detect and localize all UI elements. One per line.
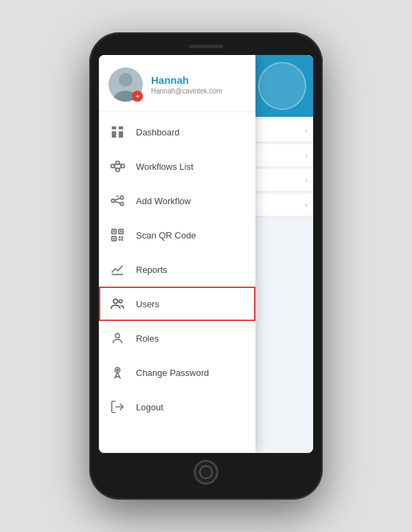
svg-rect-27	[119, 236, 121, 239]
sidebar-item-label: Logout	[136, 402, 163, 412]
svg-rect-30	[122, 239, 124, 241]
svg-line-10	[114, 163, 116, 166]
svg-point-14	[111, 199, 115, 203]
svg-line-17	[115, 198, 120, 200]
sidebar-item-label: Add Workflow	[136, 196, 191, 206]
bg-item-arrow-icon: ›	[305, 126, 308, 135]
avatar-badge: ✦	[132, 91, 143, 102]
svg-line-11	[114, 166, 116, 170]
svg-rect-28	[122, 236, 124, 239]
camera-icon: ✦	[135, 93, 140, 100]
sidebar-item-label: Users	[136, 299, 159, 309]
qr-icon	[108, 226, 126, 244]
menu-list: Dashboard	[99, 112, 255, 453]
roles-icon	[108, 329, 126, 347]
phone-speaker	[189, 45, 223, 48]
sidebar-item-scan-qr-code[interactable]: Scan QR Code	[99, 218, 255, 252]
sidebar-item-change-password[interactable]: Change Password	[99, 355, 255, 390]
bg-item-arrow-icon: ›	[305, 176, 308, 184]
svg-rect-9	[122, 164, 125, 168]
sidebar-item-label: Dashboard	[136, 127, 180, 137]
svg-point-34	[115, 333, 119, 337]
sidebar-item-label: Scan QR Code	[136, 230, 196, 241]
sidebar-item-reports[interactable]: Reports	[99, 252, 255, 287]
bg-circle-decoration	[258, 62, 306, 110]
svg-point-32	[113, 299, 117, 303]
phone-screen: Yesterday › Yesterday › s ago › s ago ›	[99, 55, 313, 453]
svg-line-13	[119, 166, 122, 170]
sidebar-item-roles[interactable]: Roles	[99, 321, 255, 355]
svg-rect-8	[116, 168, 119, 172]
user-profile-section: ✦ Hannah Hannah@cavintek.com	[99, 55, 255, 112]
svg-rect-2	[112, 126, 116, 130]
svg-rect-22	[113, 231, 115, 233]
svg-rect-24	[120, 231, 122, 233]
svg-rect-7	[116, 162, 119, 165]
phone-frame: Yesterday › Yesterday › s ago › s ago ›	[89, 32, 323, 500]
add-workflow-icon	[108, 192, 126, 210]
svg-point-16	[120, 202, 124, 206]
sidebar-item-logout[interactable]: Logout	[99, 390, 255, 424]
svg-rect-4	[112, 131, 116, 137]
svg-rect-29	[119, 239, 121, 241]
sidebar-item-label: Workflows List	[136, 162, 194, 172]
svg-rect-6	[111, 164, 115, 168]
home-button[interactable]	[194, 460, 218, 485]
sidebar-item-label: Roles	[136, 333, 159, 344]
svg-rect-5	[119, 131, 123, 137]
logout-icon	[108, 398, 126, 416]
password-icon	[108, 364, 126, 381]
dashboard-icon	[108, 123, 126, 141]
user-name: Hannah	[151, 74, 222, 86]
svg-rect-3	[119, 126, 123, 130]
sidebar-item-label: Reports	[136, 265, 168, 275]
sidebar-item-add-workflow[interactable]: Add Workflow	[99, 184, 255, 218]
sidebar-item-dashboard[interactable]: Dashboard	[99, 115, 255, 149]
svg-point-36	[117, 369, 119, 371]
sidebar-item-users[interactable]: Users	[99, 287, 255, 321]
users-icon	[108, 295, 126, 313]
user-info: Hannah Hannah@cavintek.com	[151, 74, 222, 95]
workflows-icon	[108, 157, 126, 175]
sidebar-item-workflows-list[interactable]: Workflows List	[99, 149, 255, 184]
reports-icon	[108, 261, 126, 278]
sidebar-item-label: Change Password	[136, 368, 209, 378]
svg-line-12	[119, 163, 122, 166]
svg-point-33	[119, 300, 122, 303]
side-drawer: ✦ Hannah Hannah@cavintek.com	[99, 55, 255, 453]
home-button-ring	[199, 465, 213, 479]
avatar: ✦	[108, 67, 143, 102]
svg-line-18	[115, 201, 120, 203]
user-email: Hannah@cavintek.com	[151, 87, 222, 95]
svg-point-15	[120, 196, 124, 199]
svg-rect-26	[113, 238, 115, 240]
svg-point-0	[119, 73, 133, 87]
bg-item-arrow-icon: ›	[305, 201, 308, 209]
bg-item-arrow-icon: ›	[305, 151, 308, 159]
